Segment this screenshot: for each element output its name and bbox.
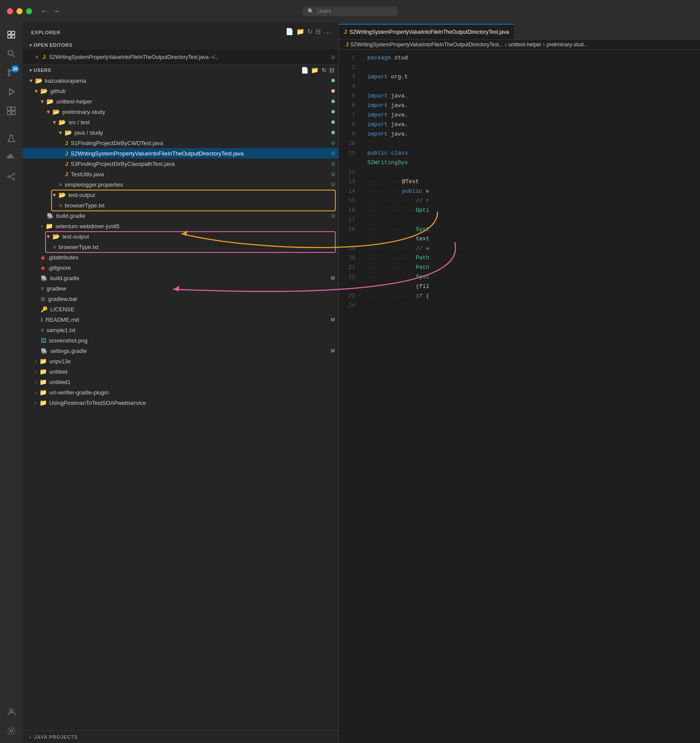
folder-name: url-verifier-gradle-plugin — [49, 389, 335, 396]
text-file-icon: ≡ — [59, 202, 62, 209]
activity-account[interactable] — [3, 703, 20, 720]
tree-item-browsertype-orange[interactable]: ≡ browserType.txt — [23, 200, 338, 210]
collapse-icon[interactable]: ⊟ — [315, 28, 321, 37]
breadcrumb-prelim: preliminary-stud... — [547, 42, 588, 48]
activity-search[interactable] — [3, 45, 20, 62]
sidebar-header: EXPLORER 📄 📁 ↻ ⊟ ⋯ — [23, 23, 338, 41]
section-users[interactable]: ▾ USERS 📄 📁 ↻ ⊟ — [23, 65, 338, 75]
sidebar-actions: 📄 📁 ↻ ⊟ ⋯ — [285, 28, 331, 37]
tab-close-icon[interactable]: ✕ — [35, 54, 39, 60]
tree-item-testutils-file[interactable]: J TestUtils.java U — [23, 169, 338, 179]
tree-item-settings-gradle[interactable]: 🐘 settings.gradle M — [23, 346, 338, 356]
activity-connections[interactable] — [3, 168, 20, 185]
code-view: 1 2 3 4 5 6 7 8 9 10 11 12 13 14 15 16 1… — [339, 50, 700, 743]
folder-icon: 📂 — [40, 87, 48, 94]
tree-item-s1-file[interactable]: J S1FindingProjectDirByCWDTest.java U — [23, 138, 338, 148]
tree-item-license[interactable]: 🔑 LICENSE — [23, 304, 338, 314]
tree-item-kazuakiurayama[interactable]: ▾ 📂 kazuakiurayama — [23, 75, 338, 86]
activity-flask[interactable] — [3, 130, 20, 147]
activity-settings[interactable] — [3, 722, 20, 740]
tree-item-github[interactable]: ▾ 📂 github — [23, 86, 338, 96]
activity-extensions[interactable] — [3, 102, 20, 120]
folder-icon: 📂 — [52, 233, 60, 240]
tree-item-gitignore[interactable]: ◆ .gitignore — [23, 262, 338, 273]
file-badge: M — [331, 317, 335, 322]
window-controls — [7, 8, 32, 14]
tree-item-sample1[interactable]: ≡ sample1.txt — [23, 325, 338, 335]
tree-item-unittest-helper[interactable]: ▾ 📂 unittest-helper — [23, 96, 338, 107]
file-name: gradlew.bat — [48, 296, 335, 302]
tree-item-s3-file[interactable]: J S3FindingProjectDirByClasspathTest.jav… — [23, 158, 338, 169]
users-chevron: ▾ — [29, 68, 32, 73]
new-folder-icon[interactable]: 📁 — [296, 28, 305, 37]
file-badge: U — [331, 140, 335, 145]
tree-item-unpv13e[interactable]: › 📁 unpv13e — [23, 356, 338, 366]
tree-item-src-test[interactable]: ▾ 📂 src / test — [23, 117, 338, 127]
tree-item-simplelogger[interactable]: ≡ simplelogger.properties U — [23, 179, 338, 190]
tree-item-browsertype-pink[interactable]: ≡ browserType.txt — [23, 242, 338, 252]
more-actions-icon[interactable]: ⋯ — [324, 28, 331, 37]
back-button[interactable]: ← — [41, 7, 48, 15]
minimize-button[interactable] — [16, 8, 23, 14]
new-file-icon[interactable]: 📄 — [285, 28, 294, 37]
code-line-14: ··········public v — [367, 187, 700, 196]
tree-item-readme[interactable]: ℹ README.md M — [23, 314, 338, 325]
forward-button[interactable]: → — [53, 7, 60, 15]
gradle-file-icon: 🐘 — [47, 213, 54, 219]
tree-item-java-study[interactable]: ▾ 📂 java / study — [23, 127, 338, 138]
users-new-file-icon[interactable]: 📄 — [301, 67, 309, 74]
open-editor-tab[interactable]: ✕ J S2WritingSystemPropertyValueIntoFile… — [23, 49, 338, 65]
tree-item-test-output-pink[interactable]: ▾ 📂 test-output — [23, 231, 338, 242]
folder-closed-icon: › — [35, 378, 37, 385]
code-line-13: ··········@Test — [367, 177, 700, 187]
editor-tab-active[interactable]: J S2WritingSystemPropertyValueIntoFileIn… — [339, 24, 515, 39]
tree-item-test-output-orange[interactable]: ▾ 📂 test-output — [23, 190, 338, 200]
tree-item-build-gradle-root[interactable]: 🐘 build.gradle M — [23, 273, 338, 283]
tree-item-untitled[interactable]: › 📁 untitled — [23, 366, 338, 377]
users-refresh-icon[interactable]: ↻ — [321, 67, 327, 74]
maximize-button[interactable] — [26, 8, 32, 14]
folder-icon: 📁 — [39, 368, 47, 375]
tree-item-url-verifier[interactable]: › 📁 url-verifier-gradle-plugin — [23, 387, 338, 397]
tree-item-preliminary-study[interactable]: ▾ 📂 preliminary-study — [23, 107, 338, 117]
close-button[interactable] — [7, 8, 13, 14]
file-name: LICENSE — [50, 306, 335, 313]
tree-item-postman[interactable]: › 📁 UsingPostmanToTestSOAPwebservice — [23, 397, 338, 408]
tree-item-gitattributes[interactable]: ◆ .gitattributes — [23, 252, 338, 262]
section-open-editors[interactable]: ▾ OPEN EDITORS — [23, 41, 338, 49]
tree-item-gradlew[interactable]: ≡ gradlew — [23, 283, 338, 294]
status-dot — [331, 79, 335, 82]
file-tree: ▾ OPEN EDITORS ✕ J S2WritingSystemProper… — [23, 41, 338, 730]
breadcrumb-sep1: › — [505, 42, 507, 48]
svg-point-22 — [13, 178, 15, 180]
tree-item-screenshot[interactable]: 🖼 screenshot.png — [23, 335, 338, 346]
tree-item-selenium[interactable]: › 📁 selenium-webdriver-junit5 — [23, 221, 338, 231]
svg-point-26 — [10, 730, 13, 732]
java-projects-bar[interactable]: › JAVA PROJECTS — [23, 730, 338, 743]
svg-rect-19 — [11, 155, 12, 156]
users-new-folder-icon[interactable]: 📁 — [311, 67, 319, 74]
activity-run[interactable] — [3, 83, 20, 100]
svg-line-5 — [13, 55, 15, 58]
folder-icon: 📁 — [45, 223, 53, 229]
tree-item-untitled1[interactable]: › 📁 untitled1 — [23, 377, 338, 387]
svg-rect-0 — [8, 31, 11, 34]
activity-docker[interactable] — [3, 149, 20, 166]
activity-source-control[interactable]: 26 — [3, 64, 20, 81]
svg-point-4 — [8, 51, 13, 55]
folder-open-icon: ▾ — [59, 129, 62, 136]
editor-tabs: J S2WritingSystemPropertyValueIntoFileIn… — [339, 23, 700, 40]
tree-item-gradlew-bat[interactable]: ⊞ gradlew.bat — [23, 294, 338, 304]
global-search[interactable]: 🔍 Users — [302, 6, 398, 16]
tree-item-build-gradle-prelim[interactable]: 🐘 build.gradle U — [23, 210, 338, 221]
bat-file-icon: ⊞ — [41, 296, 45, 302]
code-line-3: import org.t — [367, 72, 700, 82]
tree-item-s2-file[interactable]: J S2WritingSystemPropertyValueIntoFileIn… — [23, 148, 338, 158]
refresh-icon[interactable]: ↻ — [307, 28, 313, 37]
activity-bar: 26 — [0, 23, 23, 743]
activity-explorer[interactable] — [3, 26, 20, 43]
users-collapse-icon[interactable]: ⊟ — [329, 67, 335, 74]
tab-filename: S2WritingSystemPropertyValueIntoFileInTh… — [350, 29, 509, 35]
folder-name: test-output — [62, 233, 335, 240]
breadcrumb: J S2WritingSystemPropertyValueIntoFileIn… — [339, 40, 700, 50]
